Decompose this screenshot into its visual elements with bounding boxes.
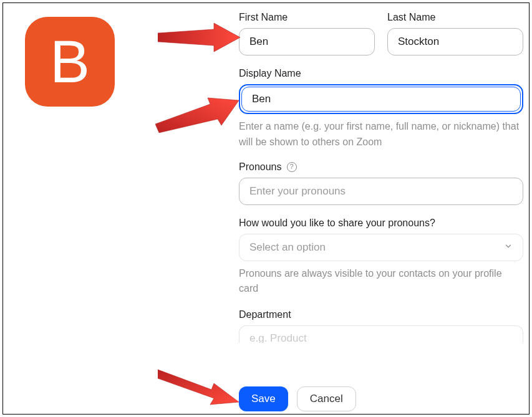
display-name-label: Display Name [239, 68, 523, 79]
pronouns-share-hint: Pronouns are always visible to your cont… [239, 266, 523, 297]
pronouns-share-selected: Select an option [249, 241, 326, 254]
display-name-field: Display Name Enter a name (e.g. your fir… [239, 68, 523, 150]
pronouns-input[interactable] [239, 178, 523, 205]
department-label: Department [239, 309, 523, 320]
last-name-field: Last Name [387, 12, 523, 55]
profile-form: First Name Last Name Display Name Enter … [239, 12, 523, 343]
annotation-arrow-icon [158, 22, 240, 53]
annotation-arrow-icon [155, 92, 239, 133]
avatar[interactable]: B [25, 17, 115, 107]
first-name-field: First Name [239, 12, 375, 55]
pronouns-label: Pronouns ? [239, 161, 523, 173]
avatar-initial: B [50, 32, 90, 92]
annotation-arrow-icon [158, 365, 239, 410]
chevron-down-icon [504, 241, 513, 254]
cancel-button[interactable]: Cancel [297, 386, 356, 411]
pronouns-share-label: How would you like to share your pronoun… [239, 218, 523, 229]
pronouns-field: Pronouns ? [239, 161, 523, 205]
profile-edit-panel: B First Name Last Name Display Name Ente… [2, 2, 530, 415]
help-icon[interactable]: ? [287, 162, 297, 172]
department-input[interactable]: e.g. Product [239, 325, 523, 343]
pronouns-share-field: How would you like to share your pronoun… [239, 218, 523, 297]
svg-marker-0 [158, 23, 240, 52]
action-bar: Save Cancel [239, 386, 356, 411]
last-name-input[interactable] [387, 28, 523, 55]
svg-marker-2 [158, 370, 239, 405]
department-placeholder: e.g. Product [249, 332, 307, 343]
svg-marker-1 [155, 98, 239, 133]
last-name-label: Last Name [387, 12, 523, 23]
first-name-label: First Name [239, 12, 375, 23]
display-name-hint: Enter a name (e.g. your first name, full… [239, 119, 523, 150]
department-field: Department e.g. Product [239, 309, 523, 343]
first-name-input[interactable] [239, 28, 375, 55]
pronouns-label-text: Pronouns [239, 161, 282, 173]
pronouns-share-select[interactable]: Select an option [239, 234, 523, 261]
display-name-input[interactable] [241, 87, 521, 112]
scroll-fade [6, 373, 526, 382]
save-button[interactable]: Save [239, 386, 288, 411]
